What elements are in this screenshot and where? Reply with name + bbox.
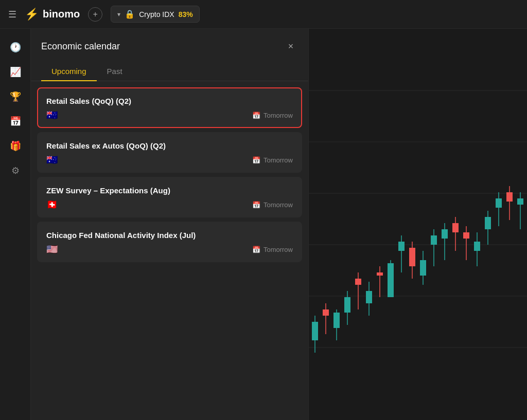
svg-rect-35 <box>463 232 469 239</box>
panel-title: Economic calendar <box>41 41 120 52</box>
time-label-1: Tomorrow <box>264 112 293 119</box>
calendar-small-icon-3: 📅 <box>252 201 260 209</box>
tabs-bar: Upcoming Past <box>31 62 308 81</box>
svg-rect-33 <box>452 223 459 232</box>
flag-area-2: 🇦🇺 <box>46 155 58 165</box>
flag-area-3: 🇨🇭 <box>46 200 58 209</box>
calendar-small-icon-2: 📅 <box>252 156 260 164</box>
sidebar-item-clock[interactable]: 🕐 <box>5 37 26 58</box>
svg-rect-43 <box>506 192 513 202</box>
event-time-1: 📅 Tomorrow <box>252 112 293 119</box>
app-header: ☰ ⚡ binomo + ▾ 🔒 Crypto IDX 83% <box>0 0 527 29</box>
sidebar-item-gift[interactable]: 🎁 <box>5 136 26 156</box>
sidebar-item-trophy[interactable]: 🏆 <box>5 86 26 107</box>
svg-rect-21 <box>388 263 394 297</box>
event-card-1[interactable]: Retail Sales (QoQ) (Q2) 🇦🇺 📅 Tomorrow <box>37 87 302 128</box>
calendar-small-icon-4: 📅 <box>252 246 260 253</box>
event-title-3: ZEW Survey – Expectations (Aug) <box>46 186 293 195</box>
event-meta-2: 🇦🇺 📅 Tomorrow <box>46 155 293 165</box>
close-button[interactable]: × <box>284 39 298 53</box>
add-button[interactable]: + <box>88 7 102 22</box>
event-meta-1: 🇦🇺 📅 Tomorrow <box>46 111 293 120</box>
svg-rect-25 <box>409 248 415 266</box>
event-title-1: Retail Sales (QoQ) (Q2) <box>46 97 293 105</box>
tab-upcoming[interactable]: Upcoming <box>41 62 97 81</box>
svg-rect-9 <box>323 309 329 316</box>
event-card-3[interactable]: ZEW Survey – Expectations (Aug) 🇨🇭 📅 Tom… <box>37 177 302 217</box>
asset-percentage: 83% <box>179 10 193 19</box>
svg-rect-17 <box>366 291 372 303</box>
asset-name: Crypto IDX <box>139 10 174 19</box>
chart-area <box>309 29 527 420</box>
sidebar-item-chart[interactable]: 📈 <box>5 62 26 82</box>
sidebar-item-calendar[interactable]: 📅 <box>5 111 26 132</box>
logo-text: binomo <box>43 8 80 20</box>
svg-rect-13 <box>344 297 350 313</box>
flag-area-4: 🇺🇸 <box>46 245 58 254</box>
logo-area: ⚡ binomo <box>25 8 80 21</box>
svg-rect-27 <box>420 260 426 276</box>
event-title-4: Chicago Fed National Activity Index (Jul… <box>46 231 293 240</box>
flag-3: 🇨🇭 <box>46 200 58 209</box>
svg-rect-23 <box>398 242 405 251</box>
sidebar-item-settings[interactable]: ⚙ <box>5 160 26 181</box>
flag-area-1: 🇦🇺 <box>46 111 58 120</box>
hamburger-icon[interactable]: ☰ <box>8 9 16 20</box>
svg-rect-37 <box>474 242 480 251</box>
flag-1: 🇦🇺 <box>46 111 58 120</box>
svg-rect-7 <box>312 322 318 340</box>
candlestick-chart <box>309 29 527 420</box>
chevron-down-icon: ▾ <box>117 11 120 18</box>
left-sidebar: 🕐 📈 🏆 📅 🎁 ⚙ <box>0 29 31 420</box>
svg-rect-19 <box>377 272 383 276</box>
flag-2: 🇦🇺 <box>46 155 58 165</box>
event-meta-4: 🇺🇸 📅 Tomorrow <box>46 245 293 254</box>
calendar-small-icon-1: 📅 <box>252 112 260 119</box>
time-label-3: Tomorrow <box>264 201 293 209</box>
event-time-3: 📅 Tomorrow <box>252 201 293 209</box>
svg-rect-31 <box>442 229 448 239</box>
svg-rect-41 <box>496 198 502 208</box>
svg-rect-39 <box>485 217 491 229</box>
flag-4: 🇺🇸 <box>46 245 58 254</box>
time-label-2: Tomorrow <box>264 156 293 164</box>
time-label-4: Tomorrow <box>264 246 293 253</box>
event-meta-3: 🇨🇭 📅 Tomorrow <box>46 200 293 209</box>
asset-icon: 🔒 <box>125 9 135 19</box>
calendar-panel: Economic calendar × Upcoming Past Retail… <box>31 29 309 420</box>
svg-rect-11 <box>333 313 340 328</box>
event-card-2[interactable]: Retail Sales ex Autos (QoQ) (Q2) 🇦🇺 📅 To… <box>37 132 302 173</box>
tab-past[interactable]: Past <box>97 62 133 81</box>
event-title-2: Retail Sales ex Autos (QoQ) (Q2) <box>46 141 293 150</box>
asset-selector[interactable]: ▾ 🔒 Crypto IDX 83% <box>111 6 200 23</box>
logo-icon: ⚡ <box>25 8 39 21</box>
event-time-4: 📅 Tomorrow <box>252 246 293 253</box>
event-list: Retail Sales (QoQ) (Q2) 🇦🇺 📅 Tomorrow Re… <box>31 81 308 420</box>
svg-rect-15 <box>355 279 361 285</box>
svg-rect-45 <box>517 198 523 205</box>
panel-header: Economic calendar × <box>31 29 308 53</box>
event-card-4[interactable]: Chicago Fed National Activity Index (Jul… <box>37 222 302 262</box>
event-time-2: 📅 Tomorrow <box>252 156 293 164</box>
svg-rect-29 <box>431 235 437 245</box>
